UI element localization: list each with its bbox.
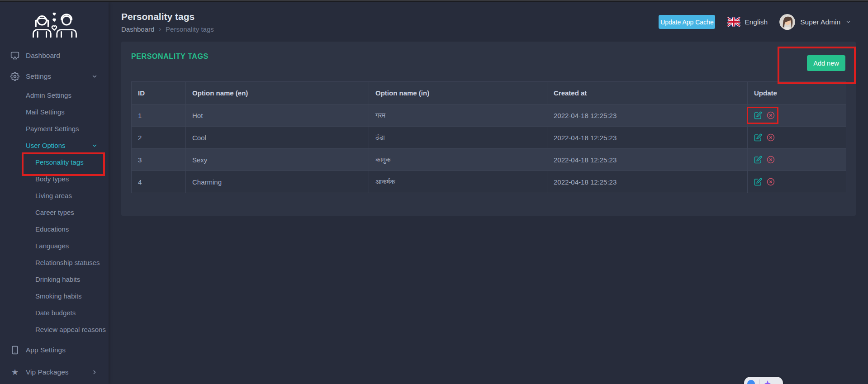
sidebar-item-label: Educations bbox=[35, 225, 69, 233]
column-header-id: ID bbox=[132, 82, 186, 104]
gear-icon bbox=[10, 72, 19, 81]
sidebar-nav: Dashboard Settings Admin Settings Mail S… bbox=[0, 45, 109, 383]
cell-id: 1 bbox=[132, 104, 186, 127]
sidebar-item-career-types[interactable]: Career types bbox=[0, 204, 109, 221]
delete-icon[interactable] bbox=[767, 111, 775, 119]
cell-created-at: 2022-04-18 12:25:23 bbox=[547, 171, 748, 193]
breadcrumb-separator: › bbox=[159, 25, 161, 33]
sidebar-item-label: Settings bbox=[26, 72, 51, 81]
main-area: Personality tags Dashboard › Personality… bbox=[109, 2, 868, 384]
cell-option-en: Cool bbox=[186, 127, 369, 149]
delete-icon[interactable] bbox=[767, 178, 775, 186]
sidebar-item-label: Smoking habits bbox=[35, 292, 82, 300]
sidebar-item-date-budgets[interactable]: Date budgets bbox=[0, 304, 109, 321]
sidebar-item-label: Review appeal reasons bbox=[35, 326, 106, 333]
breadcrumb: Dashboard › Personality tags bbox=[121, 25, 214, 33]
sidebar-item-educations[interactable]: Educations bbox=[0, 221, 109, 237]
edit-icon[interactable] bbox=[754, 133, 762, 142]
sidebar-item-app-settings[interactable]: App Settings bbox=[0, 340, 109, 360]
cell-option-en: Sexy bbox=[186, 149, 369, 171]
table-row: 4 Charming आकर्षक 2022-04-18 12:25:23 bbox=[132, 171, 846, 193]
chat-widget[interactable] bbox=[744, 377, 783, 384]
delete-icon[interactable] bbox=[767, 133, 775, 142]
chevron-down-icon bbox=[91, 73, 98, 80]
chat-widget-blue-icon bbox=[747, 380, 755, 384]
chevron-down-icon bbox=[845, 19, 851, 25]
table-row: 3 Sexy कामुक 2022-04-18 12:25:23 bbox=[132, 149, 846, 171]
sidebar-item-review-appeal-reasons[interactable]: Review appeal reasons bbox=[0, 321, 109, 338]
sidebar-item-mail-settings[interactable]: Mail Settings bbox=[0, 104, 109, 120]
breadcrumb-current: Personality tags bbox=[166, 25, 214, 33]
cell-id: 2 bbox=[132, 127, 186, 149]
table-row: 2 Cool ठंडा 2022-04-18 12:25:23 bbox=[132, 127, 846, 149]
sidebar: Dashboard Settings Admin Settings Mail S… bbox=[0, 2, 109, 384]
sidebar-item-label: Career types bbox=[35, 209, 74, 216]
avatar bbox=[779, 14, 795, 30]
sidebar-item-label: App Settings bbox=[26, 346, 66, 354]
sidebar-item-label: Drinking habits bbox=[35, 275, 80, 283]
cell-id: 3 bbox=[132, 149, 186, 171]
cell-option-en: Charming bbox=[186, 171, 369, 193]
edit-icon[interactable] bbox=[754, 156, 762, 164]
chevron-down-icon bbox=[91, 142, 98, 149]
chat-widget-purple-icon bbox=[764, 380, 771, 384]
sidebar-item-user-options[interactable]: User Options bbox=[0, 137, 109, 154]
cell-option-in: गरम bbox=[369, 104, 547, 127]
chat-widget-divider bbox=[759, 379, 760, 384]
user-name: Super Admin bbox=[800, 18, 840, 26]
user-menu[interactable]: Super Admin bbox=[779, 14, 851, 30]
topbar: Personality tags Dashboard › Personality… bbox=[109, 2, 868, 42]
app-logo[interactable] bbox=[0, 2, 109, 45]
column-header-update: Update bbox=[748, 82, 846, 104]
sidebar-item-body-types[interactable]: Body types bbox=[0, 171, 109, 187]
cell-created-at: 2022-04-18 12:25:23 bbox=[547, 149, 748, 171]
airplay-icon bbox=[10, 51, 19, 60]
sidebar-item-living-areas[interactable]: Living areas bbox=[0, 187, 109, 204]
smartphone-icon bbox=[10, 346, 19, 355]
sidebar-item-payment-settings[interactable]: Payment Settings bbox=[0, 120, 109, 137]
personality-tags-table: ID Option name (en) Option name (in) Cre… bbox=[131, 81, 846, 193]
sidebar-item-label: Mail Settings bbox=[26, 108, 65, 116]
sidebar-item-label: Dashboard bbox=[26, 52, 60, 60]
sidebar-item-dashboard[interactable]: Dashboard bbox=[0, 45, 109, 66]
add-new-button[interactable]: Add new bbox=[807, 55, 845, 71]
sidebar-item-smoking-habits[interactable]: Smoking habits bbox=[0, 288, 109, 304]
language-label: English bbox=[745, 18, 768, 26]
sidebar-item-drinking-habits[interactable]: Drinking habits bbox=[0, 271, 109, 288]
sidebar-item-label: Body types bbox=[35, 175, 69, 183]
column-header-created-at: Created at bbox=[547, 82, 748, 104]
panel-heading: PERSONALITY TAGS bbox=[131, 52, 846, 61]
breadcrumb-home-link[interactable]: Dashboard bbox=[121, 25, 154, 33]
sidebar-item-label: Personality tags bbox=[35, 158, 84, 166]
topbar-right: Update App Cache English Sup bbox=[659, 14, 851, 30]
sidebar-item-vip-packages[interactable]: ★ Vip Packages bbox=[0, 362, 109, 383]
sidebar-item-label: Languages bbox=[35, 242, 69, 250]
sidebar-item-languages[interactable]: Languages bbox=[0, 237, 109, 254]
edit-icon[interactable] bbox=[754, 111, 762, 119]
edit-icon[interactable] bbox=[754, 178, 762, 186]
column-header-option-in: Option name (in) bbox=[369, 82, 547, 104]
language-selector[interactable]: English bbox=[727, 17, 768, 27]
cell-created-at: 2022-04-18 12:25:23 bbox=[547, 104, 748, 127]
couple-logo-icon bbox=[28, 10, 81, 38]
table-header-row: ID Option name (en) Option name (in) Cre… bbox=[132, 82, 846, 104]
sidebar-item-personality-tags[interactable]: Personality tags bbox=[0, 154, 109, 171]
page-header-block: Personality tags Dashboard › Personality… bbox=[121, 11, 214, 33]
personality-tags-panel: PERSONALITY TAGS Add new ID Option name … bbox=[121, 42, 856, 216]
cell-option-in: आकर्षक bbox=[369, 171, 547, 193]
chevron-right-icon bbox=[91, 369, 98, 375]
cell-id: 4 bbox=[132, 171, 186, 193]
star-icon: ★ bbox=[10, 368, 19, 377]
cell-created-at: 2022-04-18 12:25:23 bbox=[547, 127, 748, 149]
page-title: Personality tags bbox=[121, 11, 214, 22]
delete-icon[interactable] bbox=[767, 156, 775, 164]
sidebar-item-relationship-statuses[interactable]: Relationship statuses bbox=[0, 254, 109, 271]
uk-flag-icon bbox=[727, 17, 740, 27]
sidebar-item-label: Date budgets bbox=[35, 309, 76, 317]
cell-option-in: ठंडा bbox=[369, 127, 547, 149]
sidebar-item-settings[interactable]: Settings bbox=[0, 66, 109, 87]
sidebar-item-label: Payment Settings bbox=[26, 125, 79, 133]
sidebar-item-label: Vip Packages bbox=[26, 368, 69, 376]
update-app-cache-button[interactable]: Update App Cache bbox=[659, 15, 715, 29]
sidebar-item-admin-settings[interactable]: Admin Settings bbox=[0, 87, 109, 104]
